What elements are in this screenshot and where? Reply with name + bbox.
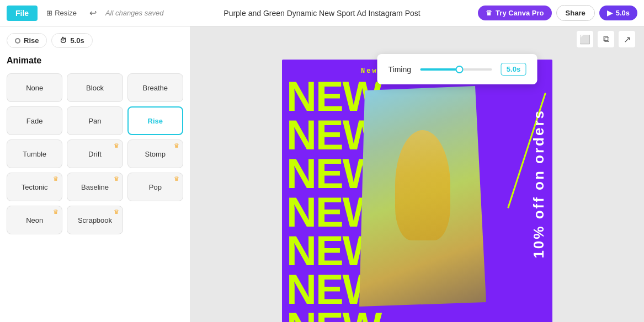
- crown-icon-tectonic: ♛: [53, 175, 58, 183]
- topbar-right: ♛ Try Canva Pro Share ▶ 5.0s: [478, 5, 637, 21]
- animate-sub-controls: Rise ⏱ 5.0s: [7, 33, 183, 48]
- animation-btn-pan[interactable]: Pan: [67, 106, 123, 135]
- document-title: Purple and Green Dynamic New Sport Ad In…: [223, 9, 420, 18]
- crown-icon-scrapbook: ♛: [114, 208, 119, 216]
- animation-grid: NoneBlockBreatheFadePanRiseTumbleDrift♛S…: [7, 73, 183, 234]
- frame-icon: ⬜: [579, 34, 590, 45]
- crown-icon-stomp: ♛: [174, 142, 179, 149]
- file-button[interactable]: File: [7, 6, 38, 21]
- crown-icon-neon: ♛: [53, 208, 58, 216]
- timing-popup: Timing 5.0s: [377, 54, 537, 84]
- undo-icon: ↩: [89, 8, 97, 18]
- rise-animate-button[interactable]: Rise: [7, 33, 47, 48]
- play-label: 5.0s: [616, 9, 630, 17]
- copy-tool-button[interactable]: ⧉: [598, 31, 614, 47]
- animation-btn-stomp[interactable]: Stomp♛: [127, 139, 183, 168]
- left-panel: Rise ⏱ 5.0s Animate NoneBlockBreatheFade…: [0, 26, 190, 322]
- try-canva-pro-button[interactable]: ♛ Try Canva Pro: [478, 6, 551, 20]
- resize-icon: ⊞: [46, 9, 52, 17]
- animation-btn-block[interactable]: Block: [67, 73, 123, 102]
- animation-btn-tectonic[interactable]: Tectonic♛: [7, 173, 62, 201]
- animation-btn-fade[interactable]: Fade: [7, 106, 62, 135]
- export-icon: ↗: [624, 34, 631, 45]
- animation-btn-pop[interactable]: Pop♛: [127, 173, 183, 201]
- timing-button[interactable]: ⏱ 5.0s: [51, 33, 92, 48]
- animation-btn-drift[interactable]: Drift♛: [67, 139, 123, 168]
- circle-icon: [15, 38, 20, 44]
- crown-icon-drift: ♛: [114, 142, 119, 149]
- share-button[interactable]: Share: [556, 5, 595, 21]
- timing-slider-thumb: [456, 66, 464, 73]
- animation-btn-baseline[interactable]: Baseline♛: [67, 173, 123, 201]
- resize-label: Resize: [55, 9, 77, 17]
- canvas-photo: [354, 86, 492, 307]
- try-pro-label: Try Canva Pro: [496, 9, 544, 17]
- crown-icon-pop: ♛: [174, 175, 179, 183]
- frame-tool-button[interactable]: ⬜: [577, 31, 593, 47]
- timer-icon: ⏱: [60, 36, 67, 45]
- crown-icon-pro: ♛: [486, 9, 492, 17]
- resize-button[interactable]: ⊞ Resize: [42, 7, 81, 19]
- timing-value[interactable]: 5.0s: [501, 63, 526, 76]
- export-tool-button[interactable]: ↗: [619, 31, 635, 47]
- copy-icon: ⧉: [603, 34, 609, 44]
- animation-btn-none[interactable]: None: [7, 73, 62, 102]
- animation-btn-rise[interactable]: Rise: [127, 106, 183, 135]
- rise-label: Rise: [24, 36, 39, 45]
- animation-btn-scrapbook[interactable]: Scrapbook♛: [67, 206, 123, 234]
- topbar: File ⊞ Resize ↩ All changes saved Purple…: [0, 0, 644, 26]
- play-icon: ▶: [607, 9, 613, 17]
- timing-slider[interactable]: [420, 68, 492, 71]
- timing-slider-fill: [420, 68, 460, 71]
- design-canvas[interactable]: New sport collection NEWNEWNEWNEWNEWNEWN…: [282, 60, 552, 322]
- timing-popup-label: Timing: [388, 65, 412, 74]
- canvas-side-text: 10% off on orders: [531, 109, 547, 259]
- play-button[interactable]: ▶ 5.0s: [599, 6, 637, 20]
- animate-panel-header: Animate: [7, 56, 183, 66]
- main-layout: Rise ⏱ 5.0s Animate NoneBlockBreatheFade…: [0, 26, 644, 322]
- crown-icon-baseline: ♛: [114, 175, 119, 183]
- animation-btn-tumble[interactable]: Tumble: [7, 139, 62, 168]
- animation-btn-neon[interactable]: Neon♛: [7, 206, 62, 234]
- undo-button[interactable]: ↩: [86, 6, 101, 21]
- saved-status: All changes saved: [105, 9, 164, 17]
- animation-btn-breathe[interactable]: Breathe: [127, 73, 183, 102]
- canvas-toolbar: ⬜ ⧉ ↗: [577, 31, 635, 47]
- timing-label-btn: 5.0s: [70, 36, 84, 45]
- canvas-area: ⬜ ⧉ ↗ Timing 5.0s New sport collection: [190, 26, 644, 322]
